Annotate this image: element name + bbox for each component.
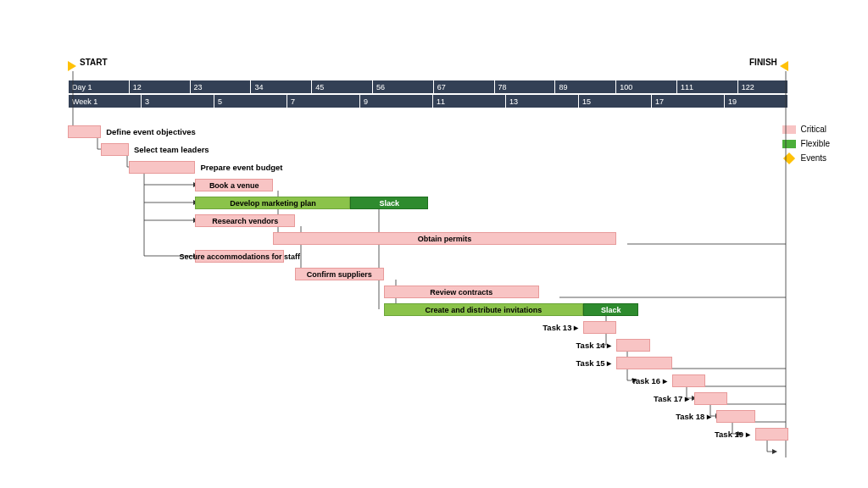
task-label: Task 19 ▸ [715, 430, 750, 439]
task-bars: Define event objectivesSelect team leade… [0, 0, 868, 488]
task-bar [694, 392, 727, 405]
task-label: Define event objectives [106, 127, 196, 136]
task-bar [583, 321, 616, 334]
task-bar: Review contracts [384, 286, 539, 298]
task-label: Task 17 ▸ [654, 394, 689, 403]
slack-bar: Slack [350, 197, 428, 209]
task-label: Task 16 ▸ [632, 376, 667, 385]
task-bar [616, 357, 671, 369]
task-label: Task 18 ▸ [676, 412, 711, 421]
task-bar [672, 374, 705, 387]
task-bar [68, 125, 101, 138]
task-label: Prepare event budget [200, 163, 282, 172]
task-bar: Confirm suppliers [295, 268, 384, 280]
task-bar [716, 410, 755, 423]
task-bar: Create and distribute invitations [384, 303, 583, 316]
slack-bar: Slack [583, 303, 638, 316]
task-bar: Develop marketing plan [195, 197, 350, 209]
task-bar: Obtain permits [273, 232, 616, 245]
task-bar: Research vendors [195, 214, 295, 227]
task-bar: Secure accommodations for staff [195, 250, 284, 263]
task-bar [616, 339, 649, 352]
task-label: Task 14 ▸ [576, 341, 612, 350]
task-bar: Book a venue [195, 179, 273, 191]
task-bar [129, 161, 195, 174]
task-label: Task 13 ▸ [542, 323, 578, 332]
gantt-chart: START FINISH Day 1 12 23 34 45 56 67 78 … [0, 0, 868, 488]
task-label: Select team leaders [134, 145, 209, 154]
task-bar [101, 143, 129, 156]
task-bar [755, 428, 788, 441]
task-label: Task 15 ▸ [576, 358, 612, 368]
